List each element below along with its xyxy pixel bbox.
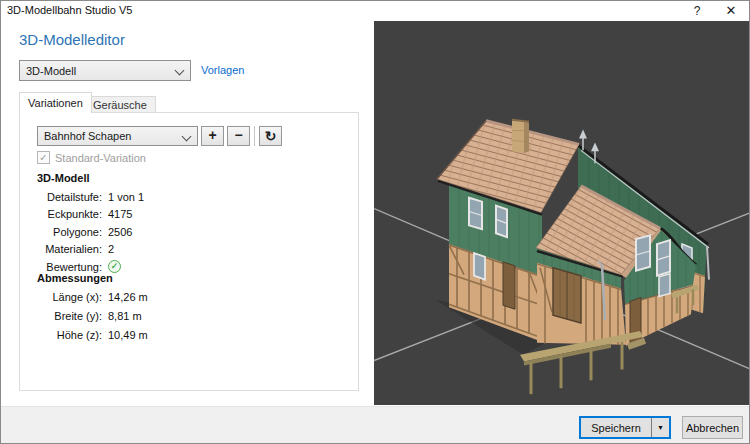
- info-label: Materialien:: [37, 243, 102, 255]
- info-row: Eckpunkte: 4175: [37, 206, 144, 224]
- refresh-icon[interactable]: ↻: [259, 126, 282, 146]
- info-label: Detailstufe:: [37, 191, 102, 203]
- house-model: [436, 120, 709, 394]
- info-row: Breite (y): 8,81 m: [37, 306, 148, 325]
- info-value: 10,49 m: [108, 329, 148, 341]
- info-row: Materialien: 2: [37, 241, 144, 259]
- chevron-down-icon: [175, 66, 185, 76]
- save-menu-arrow-icon[interactable]: ▼: [651, 418, 669, 437]
- model-info-rows: Detailstufe: 1 von 1 Eckpunkte: 4175 Pol…: [37, 188, 144, 276]
- tab-geraeusche[interactable]: Geräusche: [84, 96, 156, 113]
- info-label: Eckpunkte:: [37, 208, 102, 220]
- info-label: Breite (y):: [37, 310, 102, 322]
- info-value: 8,81 m: [108, 310, 142, 322]
- standard-variation-label: Standard-Variation: [55, 152, 146, 164]
- info-row: Länge (x): 14,26 m: [37, 287, 148, 306]
- tab-variationen-label: Variationen: [28, 97, 83, 109]
- info-value: 14,26 m: [108, 291, 148, 303]
- save-split-button: Speichern ▼: [579, 416, 671, 439]
- info-label: Polygone:: [37, 226, 102, 238]
- vorlagen-link[interactable]: Vorlagen: [201, 64, 244, 76]
- close-icon[interactable]: ✕: [715, 1, 747, 21]
- info-row: Höhe (z): 10,49 m: [37, 325, 148, 344]
- tab-variationen[interactable]: Variationen: [19, 92, 92, 113]
- 3d-model-preview: [374, 21, 750, 405]
- info-row: Detailstufe: 1 von 1: [37, 188, 144, 206]
- dimensions-heading: Abmessungen: [37, 272, 113, 284]
- info-value: 4175: [108, 208, 132, 220]
- variation-dropdown[interactable]: Bahnhof Schapen: [37, 126, 198, 146]
- info-label: Bewertung:: [37, 261, 102, 273]
- standard-variation-checkbox[interactable]: ✓: [37, 151, 50, 164]
- info-value: 1 von 1: [108, 191, 144, 203]
- title-bar: 3D-Modellbahn Studio V5 ? ✕: [1, 1, 749, 21]
- info-row: Polygone: 2506: [37, 223, 144, 241]
- page-title: 3D-Modelleditor: [19, 31, 125, 48]
- 3d-model-viewport[interactable]: [374, 21, 750, 405]
- standard-variation-checkbox-row: ✓ Standard-Variation: [37, 151, 146, 164]
- add-variation-button[interactable]: +: [201, 126, 224, 146]
- variation-value: Bahnhof Schapen: [44, 130, 131, 142]
- dialog-footer: Speichern ▼ Abbrechen: [1, 406, 750, 444]
- cancel-button[interactable]: Abbrechen: [682, 416, 743, 439]
- model-info-heading: 3D-Modell: [37, 172, 90, 184]
- tab-geraeusche-label: Geräusche: [93, 99, 147, 111]
- remove-variation-button[interactable]: −: [227, 126, 250, 146]
- help-icon[interactable]: ?: [681, 1, 713, 21]
- model-type-value: 3D-Modell: [26, 65, 76, 77]
- editor-panel: 3D-Modelleditor 3D-Modell Vorlagen Varia…: [1, 21, 374, 406]
- chevron-down-icon: [182, 132, 192, 142]
- info-value: 2506: [108, 226, 132, 238]
- save-button[interactable]: Speichern: [581, 418, 651, 437]
- info-label: Höhe (z):: [37, 329, 102, 341]
- info-label: Länge (x):: [37, 291, 102, 303]
- window-title: 3D-Modellbahn Studio V5: [7, 4, 132, 16]
- dimensions-rows: Länge (x): 14,26 m Breite (y): 8,81 m Hö…: [37, 287, 148, 344]
- info-value: 2: [108, 243, 114, 255]
- dialog-window: 3D-Modellbahn Studio V5 ? ✕ 3D-Modelledi…: [0, 0, 750, 444]
- variations-tab-panel: Bahnhof Schapen + − ↻ ✓ Standard-Variati…: [19, 112, 359, 391]
- toolbar-separator: [254, 126, 255, 146]
- model-type-dropdown[interactable]: 3D-Modell: [19, 60, 191, 81]
